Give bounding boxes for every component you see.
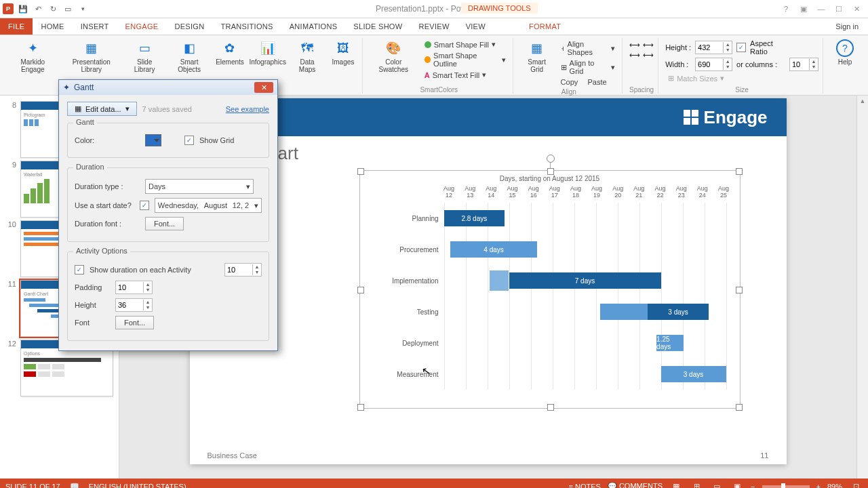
normal-view-icon[interactable]: ▦	[669, 481, 683, 489]
smart-shape-fill-button[interactable]: Smart Shape Fill ▾	[422, 39, 509, 49]
slideshow-view-icon[interactable]: ▣	[730, 481, 744, 489]
tab-slideshow[interactable]: SLIDE SHOW	[345, 18, 410, 35]
duration-type-select[interactable]: Days▾	[145, 179, 254, 194]
gantt-bar[interactable]: 7 days	[509, 272, 661, 289]
qat-dropdown-icon[interactable]: ▾	[77, 3, 88, 14]
help-icon[interactable]: ?	[778, 5, 793, 14]
aspect-ratio-label: Aspect Ratio	[750, 39, 785, 56]
padding-input[interactable]: ▲▼	[115, 281, 153, 294]
tab-engage[interactable]: ENGAGE	[117, 18, 167, 35]
zoom-in-button[interactable]: +	[816, 483, 821, 489]
gantt-bar[interactable]: 1.25 days	[656, 335, 684, 351]
tab-insert[interactable]: INSERT	[73, 18, 117, 35]
language-status[interactable]: ENGLISH (UNITED STATES)	[89, 483, 186, 489]
vertical-scrollbar[interactable]: ▲	[856, 96, 868, 479]
see-example-link[interactable]: See example	[226, 105, 269, 113]
match-sizes-button[interactable]: ⊞ Match Sizes ▾	[665, 73, 818, 83]
smart-text-fill-button[interactable]: ASmart Text Fill ▾	[422, 70, 509, 80]
smart-objects-button[interactable]: ◧Smart Objects	[167, 38, 211, 73]
zoom-level[interactable]: 89%	[827, 483, 842, 489]
spellcheck-icon[interactable]: 📖	[70, 482, 79, 488]
tab-file[interactable]: FILE	[0, 18, 33, 35]
markido-engage-button[interactable]: ✦Markido Engage	[8, 38, 58, 73]
spacing-v2-icon[interactable]: ⟷	[643, 51, 654, 60]
smart-shape-outline-button[interactable]: Smart Shape Outline ▾	[422, 51, 509, 68]
smart-grid-button[interactable]: ▦Smart Grid	[520, 38, 554, 87]
or-columns-label: or columns :	[736, 60, 785, 68]
elements-button[interactable]: ✿Elements	[215, 38, 245, 73]
tab-review[interactable]: REVIEW	[410, 18, 457, 35]
help-button[interactable]: ?Help	[830, 38, 860, 66]
data-maps-button[interactable]: 🗺Data Maps	[290, 38, 324, 73]
tab-animations[interactable]: ANIMATIONS	[281, 18, 346, 35]
spacing-h-icon[interactable]: ⟷	[629, 41, 640, 49]
start-slideshow-icon[interactable]: ▭	[62, 3, 73, 14]
chart-subtitle: Days, starting on August 12 2015	[366, 175, 734, 182]
notes-button[interactable]: ≡ NOTES	[568, 483, 600, 489]
slide-library-button[interactable]: ▭Slide Library	[125, 38, 163, 73]
width-input[interactable]: ▲▼	[695, 58, 732, 71]
reading-view-icon[interactable]: ▭	[710, 481, 724, 489]
use-start-date-checkbox[interactable]: ✓	[140, 201, 149, 210]
show-grid-checkbox[interactable]: ✓	[184, 136, 194, 145]
save-icon[interactable]: 💾	[18, 3, 28, 14]
chart-x-axis: Aug12Aug13Aug14Aug15Aug16Aug17Aug18Aug19…	[439, 185, 734, 199]
title-bar: P 💾 ↶ ↻ ▭ ▾ Presentation1.pptx - PowerPo…	[0, 0, 868, 18]
color-picker[interactable]	[145, 134, 161, 146]
slide-title[interactable]: Gantt Chart	[208, 143, 769, 164]
presentation-library-button[interactable]: ▦Presentation Library	[62, 38, 121, 73]
sign-in-link[interactable]: Sign in	[826, 18, 868, 35]
activity-height-input[interactable]: ▲▼	[115, 298, 153, 312]
zoom-slider[interactable]	[762, 485, 810, 488]
activity-font-button[interactable]: Font...	[115, 316, 154, 329]
sorter-view-icon[interactable]: ⊞	[690, 481, 703, 489]
align-shapes-button[interactable]: ⫞ Align Shapes ▾	[558, 39, 618, 57]
gantt-bar[interactable]: 4 days	[450, 241, 537, 258]
spacing-v-icon[interactable]: ⟷	[629, 51, 640, 60]
infographics-button[interactable]: 📊Infographics	[249, 38, 286, 73]
dialog-title: Gantt	[74, 83, 94, 92]
rotate-handle-icon[interactable]	[547, 155, 555, 163]
ribbon-options-icon[interactable]: ▣	[796, 5, 811, 14]
aspect-ratio-checkbox[interactable]: ✓	[736, 43, 746, 52]
color-swatches-button[interactable]: 🎨Color Swatches	[370, 38, 418, 80]
zoom-out-button[interactable]: −	[751, 483, 755, 489]
gantt-row-label: Implementation	[366, 277, 444, 285]
slide-counter[interactable]: SLIDE 11 OF 17	[5, 483, 60, 489]
height-label: Height :	[665, 43, 691, 52]
copy-button[interactable]: Copy	[561, 78, 578, 86]
undo-icon[interactable]: ↶	[33, 3, 43, 14]
tab-view[interactable]: VIEW	[458, 18, 494, 35]
height-input[interactable]: ▲▼	[695, 41, 732, 54]
close-icon[interactable]: ✕	[849, 5, 864, 14]
duration-font-button[interactable]: Font...	[145, 217, 184, 230]
powerpoint-icon: P	[3, 3, 14, 14]
start-date-picker[interactable]: Wednesday,August12, 2▾	[155, 198, 262, 213]
spacing-h2-icon[interactable]: ⟷	[643, 41, 654, 49]
tab-home[interactable]: HOME	[33, 18, 72, 35]
show-duration-label: Show duration on each Activity	[90, 266, 219, 274]
columns-input[interactable]: ▲▼	[789, 58, 818, 71]
tab-design[interactable]: DESIGN	[166, 18, 212, 35]
group-smartcolors: SmartColors	[420, 85, 458, 94]
group-size: Size	[735, 85, 748, 94]
paste-button[interactable]: Paste	[587, 78, 606, 86]
tab-format[interactable]: FORMAT	[521, 18, 569, 35]
tab-transitions[interactable]: TRANSITIONS	[212, 18, 281, 35]
fit-to-window-icon[interactable]: ⊡	[849, 481, 863, 489]
dialog-titlebar[interactable]: ✦ Gantt ✕	[59, 80, 277, 95]
images-button[interactable]: 🖼Images	[328, 38, 358, 73]
show-duration-checkbox[interactable]: ✓	[75, 265, 84, 274]
show-duration-value[interactable]: ▲▼	[224, 263, 262, 277]
align-to-grid-button[interactable]: ⊞ Align to Grid ▾	[558, 58, 618, 76]
redo-icon[interactable]: ↻	[47, 3, 58, 14]
dialog-close-button[interactable]: ✕	[254, 82, 273, 93]
gantt-bar[interactable]: 3 days	[661, 366, 726, 382]
activity-font-label: Font	[75, 319, 110, 327]
gantt-chart-object[interactable]: Days, starting on August 12 2015 Aug12Au…	[359, 170, 741, 409]
maximize-icon[interactable]: ☐	[831, 5, 846, 14]
minimize-icon[interactable]: —	[814, 5, 829, 14]
edit-data-button[interactable]: ▦ Edit data... ▾	[67, 102, 137, 116]
comments-button[interactable]: 💬 COMMENTS	[608, 482, 663, 488]
gantt-bar[interactable]: 2.8 days	[444, 210, 505, 226]
